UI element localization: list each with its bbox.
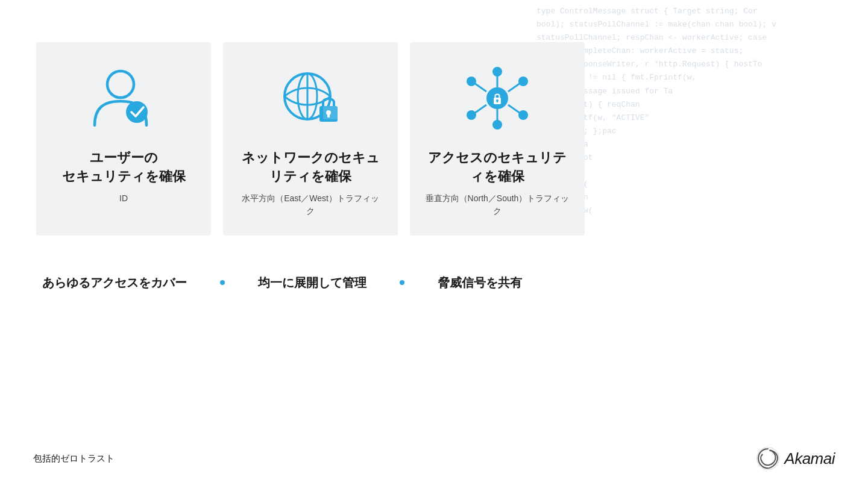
svg-point-19 (492, 67, 502, 77)
card-access-title: アクセスのセキュリティを確保 (425, 149, 570, 186)
svg-point-0 (107, 71, 134, 98)
network-security-icon (274, 63, 347, 136)
footer: 包括的ゼロトラスト Akamai (33, 446, 835, 471)
svg-rect-12 (497, 101, 498, 102)
svg-point-1 (126, 101, 148, 123)
card-user-subtitle: ID (119, 192, 128, 205)
footer-text: 包括的ゼロトラスト (33, 453, 115, 465)
card-network-security: ネットワークのセキュリティを確保 水平方向（East／West）トラフィック (223, 42, 398, 236)
bullet-dot-2 (400, 280, 404, 285)
svg-line-16 (508, 105, 520, 113)
card-user-title: ユーザーのセキュリティを確保 (62, 149, 186, 186)
svg-line-17 (474, 105, 486, 113)
svg-rect-8 (327, 114, 330, 117)
bullet-2: 均一に展開して管理 (258, 275, 366, 291)
svg-line-18 (508, 83, 520, 92)
card-network-title: ネットワークのセキュリティを確保 (238, 149, 383, 186)
bullet-1: あらゆるアクセスをカバー (42, 275, 187, 291)
akamai-brand-name: Akamai (784, 449, 835, 468)
bullets-row: あらゆるアクセスをカバー 均一に展開して管理 脅威信号を共有 (36, 275, 832, 291)
bullet-3: 脅威信号を共有 (438, 275, 522, 291)
svg-point-21 (467, 77, 476, 86)
card-access-security: アクセスのセキュリティを確保 垂直方向（North／South）トラフィック (410, 42, 585, 236)
svg-point-22 (518, 110, 528, 120)
svg-point-20 (492, 120, 502, 130)
svg-point-23 (467, 110, 476, 120)
access-security-icon (461, 63, 533, 136)
akamai-logo: Akamai (755, 446, 835, 471)
main-content: ユーザーのセキュリティを確保 ID (0, 0, 868, 488)
akamai-symbol-icon (755, 446, 781, 471)
svg-point-24 (518, 77, 528, 86)
card-access-subtitle: 垂直方向（North／South）トラフィック (425, 192, 570, 217)
bullet-dot-1 (220, 280, 225, 285)
card-user-security: ユーザーのセキュリティを確保 ID (36, 42, 211, 236)
user-security-icon (87, 63, 160, 136)
card-network-subtitle: 水平方向（East／West）トラフィック (238, 192, 383, 217)
svg-line-15 (474, 83, 486, 92)
cards-row: ユーザーのセキュリティを確保 ID (36, 42, 832, 236)
